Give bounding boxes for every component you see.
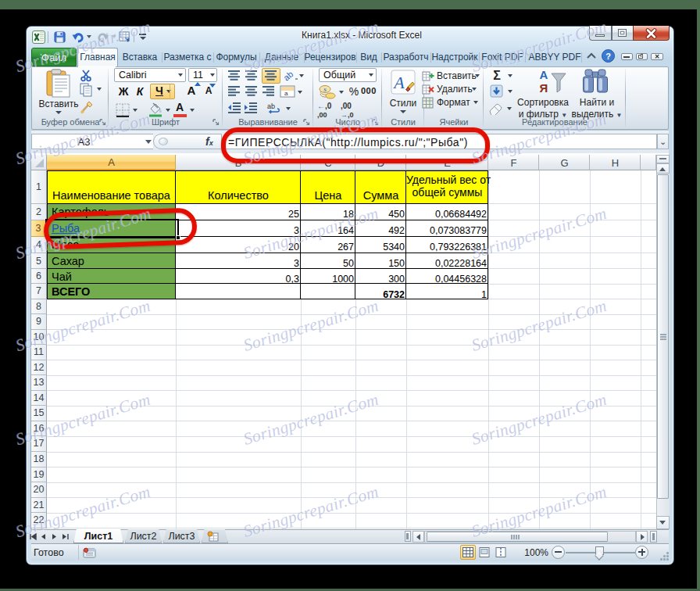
svg-text:А: А bbox=[540, 68, 548, 81]
svg-text:ab: ab bbox=[284, 69, 295, 81]
svg-text:a: a bbox=[284, 90, 288, 97]
svg-text:ab: ab bbox=[267, 102, 275, 110]
svg-text:A: A bbox=[392, 73, 405, 92]
svg-text:?: ? bbox=[605, 52, 611, 61]
svg-text:Я: Я bbox=[540, 81, 548, 95]
svg-text:S: S bbox=[323, 87, 327, 93]
